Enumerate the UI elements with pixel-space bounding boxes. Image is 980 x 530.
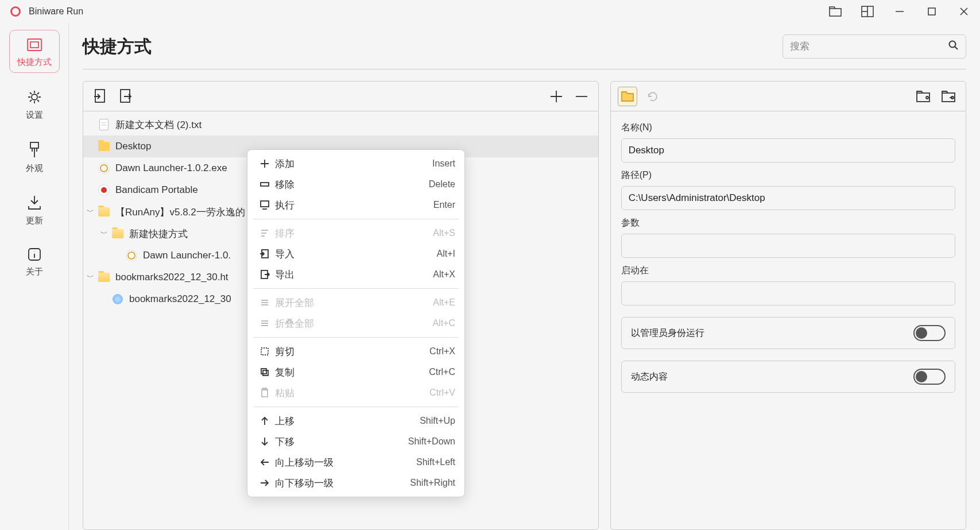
info-icon (27, 247, 42, 262)
download-icon (27, 195, 42, 211)
svg-rect-11 (917, 93, 929, 102)
sidebar-item-label: 外观 (26, 163, 43, 174)
ctx-run[interactable]: 执行Enter (247, 195, 464, 215)
search-input[interactable] (790, 41, 948, 52)
svg-rect-15 (261, 183, 269, 186)
plus-icon (257, 158, 273, 169)
details-panel: 名称(N) 路径(P) 参数 启动在 以管理员身份运行 动态内容 (610, 81, 966, 530)
name-field[interactable] (621, 138, 955, 163)
sidebar: 快捷方式 设置 外观 更新 关于 (0, 23, 69, 530)
args-field[interactable] (621, 234, 955, 258)
svg-rect-19 (261, 348, 268, 355)
ctx-outdent[interactable]: 向上移动一级Shift+Left (247, 452, 464, 473)
folder-icon (98, 207, 110, 216)
shortcuts-icon (26, 37, 43, 52)
arrow-left-icon (257, 457, 273, 467)
add-button[interactable] (547, 87, 566, 106)
sidebar-item-label: 关于 (26, 266, 43, 277)
startin-field[interactable] (621, 281, 955, 305)
import-button[interactable] (90, 87, 110, 106)
separator (253, 288, 459, 289)
expand-icon (257, 297, 273, 308)
app-logo-icon (10, 6, 21, 17)
svg-rect-6 (30, 142, 38, 148)
svg-rect-16 (261, 201, 269, 207)
dynamic-toggle[interactable] (913, 369, 946, 385)
svg-rect-20 (261, 369, 266, 374)
separator (253, 219, 459, 219)
html-icon (113, 294, 123, 304)
admin-toggle[interactable] (913, 325, 946, 341)
sidebar-item-label: 更新 (26, 215, 43, 226)
svg-point-5 (32, 94, 37, 100)
remove-button[interactable] (572, 87, 591, 106)
dynamic-row: 动态内容 (621, 361, 955, 393)
panel-layout-button[interactable] (851, 0, 884, 23)
copy-icon (257, 367, 273, 377)
ctx-import[interactable]: 导入Alt+I (247, 243, 464, 264)
run-icon (257, 200, 273, 210)
tree-item[interactable]: 新建文本文档 (2).txt (83, 114, 598, 136)
folder-icon (112, 229, 123, 238)
context-menu[interactable]: 添加Insert 移除Delete 执行Enter 排序Alt+S 导入Alt+… (247, 149, 465, 497)
sidebar-item-shortcuts[interactable]: 快捷方式 (9, 30, 60, 73)
brush-icon (27, 141, 42, 158)
refresh-button (643, 87, 663, 106)
maximize-button[interactable] (916, 0, 948, 23)
close-button[interactable] (948, 0, 980, 23)
chevron-down-icon[interactable]: ﹀ (97, 229, 111, 239)
export-button[interactable] (115, 87, 135, 106)
ctx-copy[interactable]: 复制Ctrl+C (247, 362, 464, 382)
tree-toolbar (83, 82, 598, 111)
cut-icon (257, 346, 273, 357)
chevron-down-icon[interactable]: ﹀ (83, 207, 97, 217)
minus-icon (257, 179, 273, 189)
ctx-expand-all: 展开全部Alt+E (247, 292, 464, 313)
open-folder-button[interactable] (819, 0, 851, 23)
sort-icon (257, 228, 273, 238)
page-title: 快捷方式 (83, 35, 152, 59)
collapse-icon (257, 318, 273, 328)
ctx-collapse-all: 折叠全部Alt+C (247, 313, 464, 334)
gear-icon (26, 89, 42, 105)
ctx-move-up[interactable]: 上移Shift+Up (247, 411, 464, 431)
minimize-button[interactable] (884, 0, 916, 23)
svg-rect-2 (928, 8, 935, 15)
arrow-down-icon (257, 436, 273, 447)
folder-variable-button[interactable] (939, 87, 959, 106)
import-icon (257, 249, 273, 259)
svg-point-12 (926, 96, 928, 99)
folder-open-button[interactable] (914, 87, 933, 106)
sidebar-item-appearance[interactable]: 外观 (9, 134, 60, 179)
ctx-add[interactable]: 添加Insert (247, 153, 464, 174)
app-icon (99, 185, 109, 195)
chevron-down-icon[interactable]: ﹀ (83, 272, 97, 283)
sidebar-item-settings[interactable]: 设置 (9, 82, 60, 125)
ctx-cut[interactable]: 剪切Ctrl+X (247, 341, 464, 362)
path-label: 路径(P) (621, 169, 955, 181)
ctx-remove[interactable]: 移除Delete (247, 174, 464, 195)
admin-label: 以管理员身份运行 (631, 327, 704, 339)
sidebar-item-about[interactable]: 关于 (9, 240, 60, 282)
path-field[interactable] (621, 186, 955, 210)
separator (253, 407, 459, 407)
args-label: 参数 (621, 217, 955, 229)
search-icon (948, 40, 959, 53)
svg-rect-4 (30, 42, 38, 48)
app-icon (126, 250, 137, 261)
ctx-indent[interactable]: 向下移动一级Shift+Right (247, 473, 464, 493)
arrow-right-icon (257, 478, 273, 488)
ctx-sort: 排序Alt+S (247, 223, 464, 243)
admin-row: 以管理员身份运行 (621, 317, 955, 349)
sidebar-item-update[interactable]: 更新 (9, 188, 60, 231)
ctx-export[interactable]: 导出Alt+X (247, 264, 464, 285)
name-label: 名称(N) (621, 122, 955, 134)
file-icon (99, 119, 109, 130)
dynamic-label: 动态内容 (631, 371, 668, 383)
ctx-move-down[interactable]: 下移Shift+Down (247, 431, 464, 452)
titlebar: Biniware Run (0, 0, 980, 23)
open-location-button[interactable] (618, 87, 637, 106)
svg-rect-3 (28, 39, 41, 51)
search-box[interactable] (783, 34, 966, 59)
separator (253, 337, 459, 338)
